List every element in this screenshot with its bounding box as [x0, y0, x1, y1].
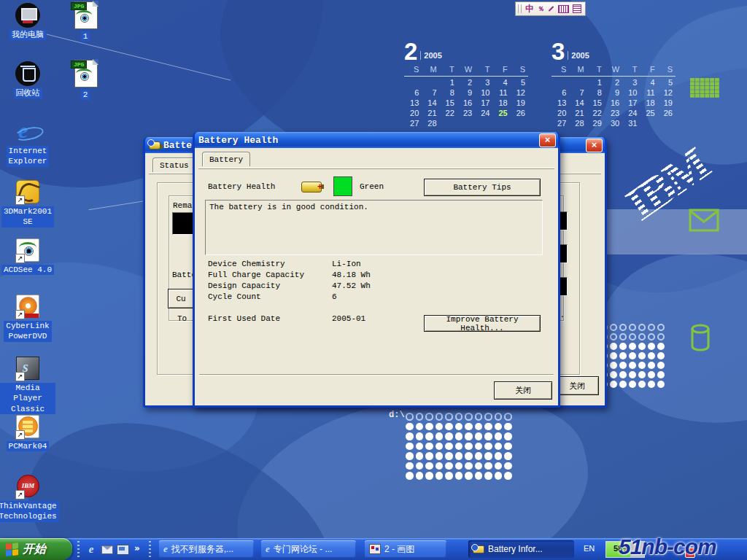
desktop-icon-my-computer[interactable]: 我的电脑 [0, 3, 55, 40]
desktop-icon-label: ACDSee 4.0 [1, 265, 54, 275]
dot [445, 432, 453, 440]
close-button[interactable]: × [586, 139, 603, 152]
battery-gauge [172, 212, 193, 235]
spec-value: Li-Ion [332, 260, 361, 268]
dot [445, 472, 453, 480]
calendar-day [492, 117, 510, 128]
dot [619, 362, 627, 369]
ime-pen-icon[interactable] [549, 6, 554, 12]
ime-menu-icon[interactable] [573, 4, 581, 13]
dot [657, 324, 665, 331]
calendar-day: 5 [511, 77, 528, 88]
dot [648, 324, 655, 331]
dot [406, 413, 414, 421]
current-button-fragment[interactable]: Cu [168, 289, 194, 308]
dot [416, 472, 424, 480]
close-button[interactable]: × [539, 133, 556, 147]
spec-row: Design Capacity47.52 Wh [208, 281, 371, 290]
calendar-day: 29 [587, 117, 605, 128]
battery-health-client: Battery Battery Health + Green Battery T… [195, 148, 558, 405]
calendar-day: 23 [457, 107, 475, 117]
dot [629, 333, 636, 341]
desktop-icon-thinkvantage[interactable]: IBM↗ ThinkVantage Technologies [0, 474, 55, 522]
taskbar-button-ie-1[interactable]: e 找不到服务器,... [159, 540, 254, 558]
battery-tips-button[interactable]: Battery Tips [424, 179, 541, 196]
calendar-day: 7 [422, 87, 439, 97]
start-button[interactable]: 开始 [0, 538, 72, 560]
quick-launch-show-desktop-icon[interactable] [117, 545, 129, 555]
calendar-day: 12 [658, 87, 676, 97]
my-computer-icon [15, 3, 40, 28]
desktop-icon-jpg-2[interactable]: JPG 2 [58, 60, 113, 100]
quick-launch-overflow-chevron[interactable]: » [134, 543, 140, 553]
desktop-icon-3dmark2001[interactable]: ↗ 3DMark2001 SE [0, 179, 55, 228]
calendar-day: 10 [622, 87, 640, 97]
quick-launch-ie-icon[interactable]: e [85, 542, 98, 556]
dot [455, 472, 463, 480]
dot [504, 452, 512, 460]
health-status-swatch [333, 176, 352, 196]
tab-battery[interactable]: Battery [202, 152, 250, 166]
ime-symbol-icon[interactable]: ％ [538, 4, 544, 14]
dot [648, 352, 655, 359]
calendar-day: 28 [569, 117, 587, 128]
taskbar-button-ie-2[interactable]: e 专门网论坛 - ... [261, 540, 356, 558]
close-button-dialog[interactable]: 关闭 [494, 381, 552, 400]
taskbar-button-paint[interactable]: 2 - 画图 [365, 540, 446, 558]
calendar-weekday-header: M [569, 65, 587, 77]
ime-grip-handle[interactable] [518, 4, 522, 13]
calendar-day: 22 [587, 107, 605, 117]
calendar-weekday-header: M [422, 65, 439, 77]
tab-status[interactable]: Status [152, 158, 196, 172]
improve-battery-health-button[interactable]: Improve Battery Health... [424, 315, 541, 332]
dot [475, 432, 483, 440]
dot [455, 443, 463, 451]
calendar-month-number: 2 [404, 41, 417, 63]
jpg-badge: JPG [71, 2, 87, 10]
desktop-icon-pcmark04[interactable]: ↗ PCMark04 [0, 414, 55, 451]
calendar-day: 1 [587, 77, 605, 88]
ime-keyboard-icon[interactable] [558, 5, 569, 13]
calendar-day: 16 [605, 97, 622, 107]
calendar-day [404, 77, 422, 88]
desktop-icon-powerdvd[interactable]: ↗ CyberLink PowerDVD [0, 294, 55, 342]
calendar-day: 7 [569, 87, 587, 97]
quick-launch-outlook-icon[interactable] [101, 545, 113, 554]
dot [455, 413, 463, 421]
desktop-icon-media-player-classic[interactable]: s↗ Media Player Classic [0, 356, 55, 414]
calendar-day: 10 [475, 87, 492, 97]
battery-window-icon [149, 141, 160, 149]
dot [475, 423, 483, 431]
calendar-day: 22 [440, 107, 457, 117]
desktop-icon-label: ThinkVantage Technologies [0, 501, 59, 522]
dot [610, 381, 617, 388]
dot [416, 462, 424, 470]
ime-mode-icon[interactable]: 中 [525, 3, 534, 15]
calendar-day: 11 [640, 87, 657, 97]
dot [504, 432, 512, 440]
desktop-icon-acdsee[interactable]: ↗ ACDSee 4.0 [0, 238, 55, 275]
desktop-icon-jpg-1[interactable]: JPG 1 [58, 1, 113, 42]
dot [629, 381, 636, 388]
desktop-icon-label: 回收站 [14, 88, 42, 98]
calendar-day [475, 117, 492, 128]
calendar-day [457, 117, 475, 128]
close-button-bg-window[interactable]: 关闭 [555, 376, 599, 395]
battery-health-dialog: Battery Health × Battery Battery Health … [193, 132, 560, 408]
dot [416, 413, 424, 421]
desktop-icon-internet-explorer[interactable]: e Internet Explorer [0, 119, 55, 167]
calendar-day [511, 117, 528, 128]
taskbar-button-battery-info[interactable]: Battery Infor... [468, 540, 574, 558]
calendar-march: 3 2005 SMTWTFS12345678910111213141516171… [551, 40, 676, 128]
dot [465, 443, 473, 451]
calendar-day [658, 117, 676, 128]
dot [455, 432, 463, 440]
pcmark-icon: ↗ [15, 414, 40, 439]
dot [475, 413, 483, 421]
desktop-icon-recycle-bin[interactable]: 回收站 [0, 61, 55, 98]
spec-label: Device Chemistry [208, 260, 332, 268]
spec-value: 47.52 Wh [332, 281, 371, 290]
battery-health-titlebar[interactable]: Battery Health × [195, 132, 558, 148]
ime-language-bar[interactable]: 中 ％ [515, 1, 586, 16]
language-indicator[interactable]: EN [584, 544, 595, 553]
